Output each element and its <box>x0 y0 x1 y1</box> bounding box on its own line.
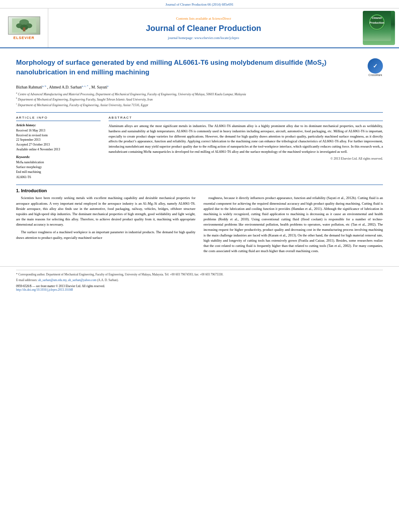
keyword-2: Surface morphology <box>16 165 101 170</box>
elsevier-text: ELSEVIER <box>13 36 35 40</box>
crossmark-badge: ✓ <box>368 58 383 74</box>
email-label: E-mail addresses: <box>16 278 37 282</box>
svg-text:Cleaner: Cleaner <box>372 16 382 19</box>
journal-reference-bar: Journal of Cleaner Production 66 (2014) … <box>0 0 399 8</box>
email-line: E-mail addresses: ah_sarhan@um.edu.my, a… <box>16 278 383 283</box>
article-info-column: ARTICLE INFO Article history: Received 1… <box>16 116 101 180</box>
elsevier-logo: ELSEVIER <box>8 16 40 40</box>
section-title: 1. Introduction <box>16 188 383 193</box>
intro-para-right-1: roughness, because it directly influence… <box>204 195 383 254</box>
article-info-abstract-section: ARTICLE INFO Article history: Received 1… <box>16 112 383 180</box>
journal-title: Journal of Cleaner Production <box>146 24 261 33</box>
authors-line: Bizhan Rahmatia, b , Ahmed A.D. Sarhana,… <box>16 84 383 89</box>
intro-left-column: Scientists have been recently seeking me… <box>16 195 195 256</box>
main-content: Morphology of surface generated by end m… <box>0 48 399 262</box>
affiliations: a Centre of Advanced Manufacturing and M… <box>16 92 383 108</box>
abstract-text: Aluminum alloys are among the most signi… <box>109 123 383 154</box>
keyword-1: MoS₂ nanolubrication <box>16 160 101 165</box>
history-title: Article history: <box>16 123 101 127</box>
intro-right-column: roughness, because it directly influence… <box>204 195 383 256</box>
keyword-3: End mill machining <box>16 170 101 175</box>
affiliation-b: b Department of Mechanical Engineering, … <box>16 97 383 102</box>
abstract-header: ABSTRACT <box>109 116 383 121</box>
keywords-title: Keywords: <box>16 155 101 159</box>
journal-homepage: journal homepage: www.elsevier.com/locat… <box>168 36 239 40</box>
intro-right-text: roughness, because it directly influence… <box>204 195 383 254</box>
doi-line[interactable]: http://dx.doi.org/10.1016/j.jclepro.2013… <box>16 288 383 292</box>
email-1-link[interactable]: ah_sarhan@um.edu.my <box>38 278 67 282</box>
sciencedirect-text[interactable]: ScienceDirect <box>212 16 231 21</box>
intro-para-2: The surface roughness of a machined work… <box>16 230 195 240</box>
article-info-header: ARTICLE INFO <box>16 116 101 121</box>
affiliation-c: c Department of Mechanical Engineering, … <box>16 103 383 108</box>
email-2-link[interactable]: ah_sarhan@yahoo.com <box>68 278 96 282</box>
article-history: Article history: Received 16 May 2013 Re… <box>16 123 101 152</box>
svg-rect-5 <box>23 27 25 31</box>
abstract-column: ABSTRACT Aluminum alloys are among the m… <box>109 116 383 180</box>
history-revised-date: 22 September 2013 <box>16 138 101 142</box>
journal-header: ELSEVIER Contents lists available at Sci… <box>0 8 399 48</box>
elsevier-tree-image <box>8 16 40 35</box>
sciencedirect-link: Contents lists available at ScienceDirec… <box>176 16 231 21</box>
svg-text:Production: Production <box>370 21 385 24</box>
cleaner-production-badge: Cleaner Production <box>363 11 395 45</box>
introduction-section: 1. Introduction Scientists have been rec… <box>16 185 383 256</box>
introduction-columns: Scientists have been recently seeking me… <box>16 195 383 256</box>
journal-reference-end: 691 <box>228 2 234 6</box>
history-received: Received 16 May 2013 <box>16 128 101 133</box>
copyright-line: © 2013 Elsevier Ltd. All rights reserved… <box>109 157 383 160</box>
intro-left-text: Scientists have been recently seeking me… <box>16 195 195 240</box>
issn-line: 0959-6526/$ — see front matter © 2013 El… <box>16 284 383 288</box>
affiliation-a: a Centre of Advanced Manufacturing and M… <box>16 92 383 97</box>
crossmark-label: CrossMark <box>368 74 383 76</box>
keywords-section: Keywords: MoS₂ nanolubrication Surface m… <box>16 155 101 180</box>
corresponding-note: * Corresponding author. Department of Me… <box>16 273 383 277</box>
elsevier-logo-section: ELSEVIER <box>0 8 48 47</box>
article-title: Morphology of surface generated by end m… <box>16 58 363 77</box>
history-revised-label: Received in revised form <box>16 133 101 138</box>
history-accepted: Accepted 27 October 2013 <box>16 142 101 147</box>
history-online: Available online 4 November 2013 <box>16 147 101 152</box>
keyword-4: AL6061-T6 <box>16 175 101 180</box>
footer: * Corresponding author. Department of Me… <box>0 266 399 295</box>
page: Journal of Cleaner Production 66 (2014) … <box>0 0 399 532</box>
journal-reference-text: Journal of Cleaner Production 66 (2014) … <box>165 2 227 6</box>
journal-header-center: Contents lists available at ScienceDirec… <box>48 8 359 47</box>
intro-para-1: Scientists have been recently seeking me… <box>16 195 195 227</box>
journal-header-right: Cleaner Production <box>359 8 399 47</box>
